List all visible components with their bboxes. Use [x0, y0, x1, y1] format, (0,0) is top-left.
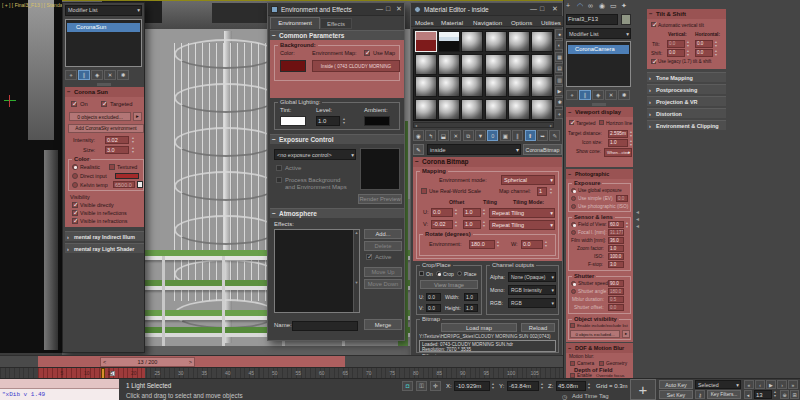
shift-horizontal-field[interactable]: 0.0	[695, 49, 713, 57]
material-id-icon[interactable]: 0	[487, 130, 498, 141]
set-key-button[interactable]: Set Key	[659, 390, 693, 399]
v-tiling-spinner[interactable]	[481, 220, 487, 228]
crop-on-checkbox[interactable]	[419, 271, 424, 276]
rollout-mr-light-shader[interactable]: mental ray Light Shader	[65, 243, 144, 253]
delete-effect-button[interactable]: Delete	[364, 241, 402, 251]
v-tiling-field[interactable]: 1.0	[463, 220, 481, 229]
modifier-list-dropdown[interactable]: Modifier List	[566, 28, 631, 39]
pick-material-button[interactable]: ✎	[413, 144, 424, 155]
x-spinner[interactable]	[490, 382, 496, 390]
z-spinner[interactable]	[586, 382, 592, 390]
material-slot-2[interactable]	[438, 31, 460, 52]
show-end-result-icon[interactable]: ∥	[78, 70, 90, 80]
view-image-button[interactable]: View Image	[420, 280, 478, 289]
horizon-line-checkbox[interactable]	[599, 120, 604, 125]
v-offset-field[interactable]: -0.02	[431, 220, 453, 229]
fov-field[interactable]: 60.0	[608, 221, 624, 228]
rollout-corona-sun[interactable]: Corona Sun	[65, 87, 144, 97]
show-in-viewport-icon[interactable]: ▣	[500, 130, 511, 141]
close-icon[interactable]: ✕	[396, 3, 402, 15]
u-offset-field[interactable]: 0.0	[431, 208, 453, 217]
menu-options[interactable]: Options	[511, 19, 532, 26]
play-icon[interactable]: ▶	[766, 380, 776, 389]
rollout-drag-handle[interactable]	[592, 103, 606, 106]
modifier-stack[interactable]: CoronaCamera	[566, 41, 631, 87]
macro-recorder[interactable]	[0, 379, 119, 389]
intensity-field[interactable]: 0.02	[105, 136, 129, 144]
shutter-angle-radio[interactable]	[571, 289, 576, 294]
previous-frame-arrow[interactable]: <	[103, 358, 106, 367]
kelvin-radio[interactable]	[72, 182, 78, 188]
place-radio[interactable]	[457, 271, 462, 276]
material-slot-21[interactable]	[461, 99, 483, 120]
go-to-start-icon[interactable]: «	[744, 380, 754, 389]
material-slot-20[interactable]	[438, 99, 460, 120]
real-world-scale-checkbox[interactable]	[421, 188, 427, 194]
direct-input-radio[interactable]	[72, 173, 78, 179]
visible-refractions-checkbox[interactable]	[72, 218, 78, 224]
material-slot-19[interactable]	[415, 99, 437, 120]
shift-vertical-spinner[interactable]	[685, 49, 691, 57]
utilities-tab-icon[interactable]: ✦	[621, 2, 627, 10]
panel-splitter-arrows[interactable]: ◂◂◂	[636, 208, 639, 229]
rollout-corona-bitmap[interactable]: Corona Bitmap	[413, 157, 562, 167]
time-slider[interactable]: < 13 / 200 >	[0, 355, 563, 367]
material-type-button[interactable]: CoronaBitmap	[523, 144, 562, 155]
exclude-more-button[interactable]: ▸	[133, 112, 142, 121]
put-to-library-icon[interactable]: ▼	[475, 130, 486, 141]
exposure-control-dropdown[interactable]: <no exposure control>	[274, 149, 356, 160]
stack-item-coronasun[interactable]: CoronaSun	[67, 23, 140, 32]
intensity-spinner[interactable]	[130, 136, 136, 144]
make-unique-icon[interactable]: ◈	[91, 70, 103, 80]
material-slot-11[interactable]	[508, 54, 530, 75]
rollout-mr-indirect[interactable]: mental ray Indirect Illum	[65, 231, 144, 241]
assign-to-selection-icon[interactable]: ⬓	[438, 130, 449, 141]
u-tiling-spinner[interactable]	[481, 208, 487, 216]
display-tab-icon[interactable]: ▭	[610, 2, 617, 10]
shutter-speed-radio[interactable]	[571, 281, 576, 286]
map-channel-field[interactable]: 1	[537, 187, 547, 196]
mblur-duration-field[interactable]: 0.5	[608, 296, 624, 303]
material-slot-15[interactable]	[461, 76, 483, 97]
environment-dialog-titlebar[interactable]: Environment and Effects — □ ✕	[268, 3, 404, 16]
rollout-distortion[interactable]: Distortion	[647, 108, 726, 118]
maximize-icon[interactable]: □	[386, 3, 390, 15]
material-slot-3[interactable]	[461, 31, 483, 52]
ev-field[interactable]: 0.0	[616, 195, 628, 202]
next-frame-icon[interactable]: ›	[777, 380, 787, 389]
object-color-swatch[interactable]	[621, 14, 631, 25]
make-unique-icon[interactable]: ⧉	[463, 130, 474, 141]
use-legacy-checkbox[interactable]	[651, 59, 656, 64]
enable-exclude-checkbox[interactable]	[570, 323, 575, 328]
tilt-horizontal-field[interactable]: 0.0	[695, 40, 713, 48]
crop-height-field[interactable]: 1.0	[464, 304, 478, 312]
w-field[interactable]: 0.0	[521, 240, 543, 249]
shift-horizontal-spinner[interactable]	[713, 49, 719, 57]
material-slot-6[interactable]	[531, 31, 553, 52]
viewport-label[interactable]: [ + ] [ Final3_F13 ] [ Standard ]	[2, 2, 62, 8]
selection-lock-icon[interactable]: ⚿	[416, 381, 427, 391]
add-effect-button[interactable]: Add...	[364, 229, 402, 239]
configure-modifier-icon[interactable]: ✱	[117, 70, 129, 80]
material-editor-titlebar[interactable]: Material Editor - inside — □ ✕	[411, 3, 562, 16]
modify-tab-icon[interactable]: ◠	[577, 2, 583, 10]
visible-directly-checkbox[interactable]	[72, 202, 78, 208]
isolate-selection-button[interactable]: +	[630, 379, 656, 400]
textured-checkbox[interactable]	[109, 164, 115, 170]
pin-stack-icon[interactable]: ⌖	[566, 90, 578, 100]
make-unique-icon[interactable]: ◈	[592, 90, 604, 100]
shutter-angle-field[interactable]: 180.0	[608, 288, 624, 295]
hierarchy-tab-icon[interactable]: ∞	[588, 2, 593, 9]
size-field[interactable]: 3.0	[105, 146, 129, 154]
material-slot-12[interactable]	[531, 54, 553, 75]
z-coordinate-field[interactable]: 45.08m	[556, 381, 586, 391]
y-spinner[interactable]	[539, 382, 545, 390]
minimize-icon[interactable]: —	[530, 3, 537, 15]
key-selection-dropdown[interactable]: Selected	[695, 380, 741, 389]
environment-mode-dropdown[interactable]: Spherical	[501, 175, 555, 185]
geometry-checkbox[interactable]	[599, 361, 604, 366]
shutter-speed-field[interactable]: 90.0	[608, 280, 624, 287]
create-tab-icon[interactable]: +	[566, 2, 570, 9]
configure-modifier-icon[interactable]: ✱	[618, 90, 630, 100]
material-slot-18[interactable]	[531, 76, 553, 97]
